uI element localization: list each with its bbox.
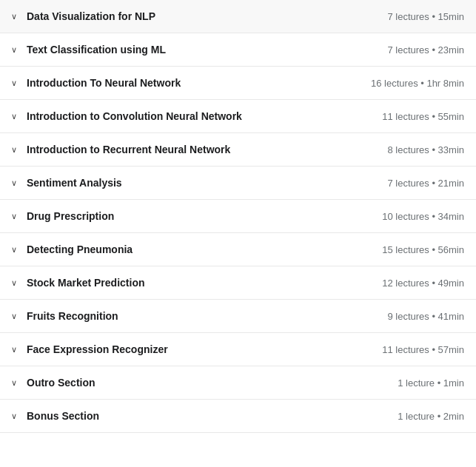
course-title: Introduction to Recurrent Neural Network — [27, 144, 230, 155]
chevron-down-icon: ∨ — [9, 45, 19, 55]
course-item-left: ∨ Introduction To Neural Network — [9, 77, 359, 89]
course-title: Data Visualization for NLP — [27, 10, 155, 22]
chevron-down-icon: ∨ — [9, 312, 19, 321]
chevron-down-icon: ∨ — [9, 178, 19, 188]
course-item[interactable]: ∨ Introduction to Recurrent Neural Netwo… — [0, 133, 476, 167]
course-meta: 1 lecture • 2min — [398, 411, 464, 422]
chevron-down-icon: ∨ — [9, 278, 19, 288]
course-item-left: ∨ Detecting Pneumonia — [9, 243, 370, 255]
course-meta: 7 lectures • 23min — [387, 44, 464, 56]
course-title: Drug Prescription — [27, 210, 114, 222]
course-item[interactable]: ∨ Outro Section 1 lecture • 1min — [0, 366, 476, 400]
course-title: Bonus Section — [27, 410, 99, 422]
course-item[interactable]: ∨ Introduction To Neural Network 16 lect… — [0, 67, 476, 100]
course-item-left: ∨ Introduction to Recurrent Neural Netwo… — [9, 144, 375, 155]
course-item-left: ∨ Fruits Recognition — [9, 310, 375, 322]
course-title: Fruits Recognition — [27, 310, 118, 322]
course-meta: 9 lectures • 41min — [387, 311, 464, 322]
chevron-down-icon: ∨ — [9, 12, 19, 21]
course-title: Face Expression Recognizer — [27, 343, 168, 355]
chevron-down-icon: ∨ — [9, 145, 19, 155]
course-item-left: ∨ Face Expression Recognizer — [9, 343, 370, 355]
course-item-left: ∨ Outro Section — [9, 377, 386, 389]
course-meta: 11 lectures • 55min — [382, 111, 464, 122]
course-item[interactable]: ∨ Sentiment Analysis 7 lectures • 21min — [0, 167, 476, 200]
chevron-down-icon: ∨ — [9, 212, 19, 221]
chevron-down-icon: ∨ — [9, 78, 19, 88]
course-item-left: ∨ Stock Market Prediction — [9, 277, 370, 289]
course-meta: 16 lectures • 1hr 8min — [371, 78, 464, 89]
course-item[interactable]: ∨ Face Expression Recognizer 11 lectures… — [0, 333, 476, 366]
course-meta: 8 lectures • 33min — [387, 144, 464, 155]
chevron-down-icon: ∨ — [9, 345, 19, 355]
course-item-left: ∨ Introduction to Convolution Neural Net… — [9, 110, 370, 122]
course-item[interactable]: ∨ Introduction to Convolution Neural Net… — [0, 100, 476, 133]
course-item-left: ∨ Text Classification using ML — [9, 44, 375, 56]
course-title: Sentiment Analysis — [27, 177, 122, 189]
chevron-down-icon: ∨ — [9, 411, 19, 421]
course-meta: 15 lectures • 56min — [382, 244, 464, 255]
course-meta: 1 lecture • 1min — [398, 377, 464, 389]
course-item[interactable]: ∨ Stock Market Prediction 12 lectures • … — [0, 266, 476, 300]
course-meta: 11 lectures • 57min — [382, 344, 464, 355]
course-meta: 7 lectures • 21min — [387, 178, 464, 189]
course-title: Stock Market Prediction — [27, 277, 145, 289]
course-item-left: ∨ Sentiment Analysis — [9, 177, 375, 189]
course-item-left: ∨ Data Visualization for NLP — [9, 10, 375, 22]
course-item[interactable]: ∨ Data Visualization for NLP 7 lectures … — [0, 0, 476, 33]
chevron-down-icon: ∨ — [9, 378, 19, 388]
course-item-left: ∨ Bonus Section — [9, 410, 386, 422]
course-title: Detecting Pneumonia — [27, 243, 133, 255]
course-meta: 7 lectures • 15min — [387, 11, 464, 22]
chevron-down-icon: ∨ — [9, 245, 19, 255]
course-meta: 12 lectures • 49min — [382, 278, 464, 289]
course-meta: 10 lectures • 34min — [382, 211, 464, 222]
course-item[interactable]: ∨ Drug Prescription 10 lectures • 34min — [0, 200, 476, 233]
course-item-left: ∨ Drug Prescription — [9, 210, 370, 222]
course-list: ∨ Data Visualization for NLP 7 lectures … — [0, 0, 476, 433]
course-item[interactable]: ∨ Bonus Section 1 lecture • 2min — [0, 400, 476, 433]
course-title: Introduction to Convolution Neural Netwo… — [27, 110, 242, 122]
course-title: Introduction To Neural Network — [27, 77, 181, 89]
course-item[interactable]: ∨ Detecting Pneumonia 15 lectures • 56mi… — [0, 233, 476, 266]
course-title: Text Classification using ML — [27, 44, 166, 56]
chevron-down-icon: ∨ — [9, 112, 19, 121]
course-item[interactable]: ∨ Fruits Recognition 9 lectures • 41min — [0, 300, 476, 333]
course-title: Outro Section — [27, 377, 95, 389]
course-item[interactable]: ∨ Text Classification using ML 7 lecture… — [0, 33, 476, 67]
